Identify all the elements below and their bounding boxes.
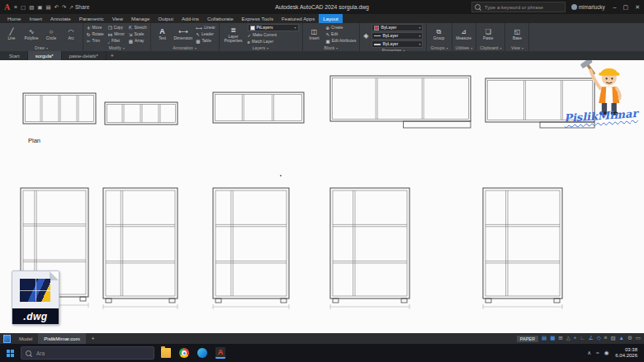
- ortho-icon[interactable]: ∟: [580, 336, 585, 341]
- undo-icon[interactable]: ↶: [54, 4, 59, 11]
- panel-label-annotation[interactable]: Annotation▾: [154, 45, 215, 51]
- drawing-entities[interactable]: [0, 60, 644, 333]
- panel-label-layers[interactable]: Layers▾: [223, 45, 299, 51]
- ribbon-tab[interactable]: Output: [154, 14, 178, 23]
- panel-label-draw[interactable]: Draw▾: [3, 45, 79, 51]
- make-current-button[interactable]: ✓Make Current: [248, 32, 299, 38]
- account-button[interactable]: mimarlucky: [571, 4, 605, 10]
- ribbon-tab[interactable]: Layout: [319, 14, 343, 23]
- leader-button[interactable]: ↖Leader: [196, 31, 215, 37]
- new-drawing-tab-button[interactable]: +: [107, 51, 118, 60]
- menu-icon[interactable]: ≡: [14, 4, 17, 10]
- panel-label-groups[interactable]: Groups▾: [430, 45, 447, 51]
- edge-icon[interactable]: [197, 348, 207, 358]
- color-dropdown[interactable]: ByLayer▾: [372, 24, 423, 31]
- start-button[interactable]: [7, 350, 14, 357]
- base-button[interactable]: ◱Base: [509, 28, 525, 40]
- mirror-button[interactable]: ⋈Mirror: [108, 31, 125, 37]
- lineweight-dropdown[interactable]: ByLayer▾: [372, 40, 423, 48]
- close-button[interactable]: ✕: [635, 4, 640, 11]
- infocenter-search[interactable]: [471, 2, 566, 12]
- transparency-icon[interactable]: ▨: [610, 336, 615, 341]
- match-layer-button[interactable]: ≡Match Layer: [248, 39, 299, 45]
- add-layout-button[interactable]: +: [88, 336, 98, 341]
- autocad-logo[interactable]: A: [4, 2, 10, 12]
- lineweight-icon[interactable]: ≡: [604, 336, 608, 341]
- drawing-canvas[interactable]: Plan PislikMimar .dwg: [0, 60, 644, 333]
- dimension-button[interactable]: ⟷Dimension: [174, 28, 193, 40]
- ribbon-tab[interactable]: Collaborate: [203, 14, 238, 23]
- folder-icon[interactable]: [161, 348, 171, 358]
- circle-button[interactable]: ○Circle: [43, 28, 59, 40]
- infer-icon[interactable]: △: [566, 336, 571, 341]
- panel-label-block[interactable]: Block▾: [306, 45, 357, 51]
- chrome-icon[interactable]: [179, 348, 189, 358]
- ribbon-tab[interactable]: Parametric: [75, 14, 108, 23]
- snap-icon[interactable]: ⊞: [558, 336, 562, 341]
- linear-button[interactable]: ⟷Linear: [196, 25, 215, 31]
- new-icon[interactable]: ▢: [21, 4, 26, 11]
- tray-chevron-icon[interactable]: ∧: [587, 350, 591, 356]
- taskbar-clock[interactable]: 03:38 6.04.2026: [615, 347, 637, 359]
- text-button[interactable]: AText: [154, 28, 171, 40]
- layout-tab[interactable]: Model: [13, 333, 38, 344]
- ribbon-tab[interactable]: Add-ins: [178, 14, 203, 23]
- panel-label-view[interactable]: View▾: [509, 45, 525, 51]
- paste-button[interactable]: ❏Paste: [480, 28, 496, 40]
- print-icon[interactable]: ▤: [46, 4, 51, 11]
- stretch-button[interactable]: ⇱Stretch: [129, 25, 147, 31]
- redo-icon[interactable]: ↷: [62, 4, 66, 11]
- grid-icon[interactable]: ▦: [550, 336, 555, 341]
- layer-properties-button[interactable]: ≣Layer Properties: [223, 26, 244, 43]
- array-button[interactable]: ▦Array: [129, 38, 147, 44]
- layout-sheet-icon[interactable]: [3, 335, 11, 343]
- dynamic-input-icon[interactable]: ⌖: [574, 336, 577, 341]
- volume-icon[interactable]: ◉: [604, 350, 609, 356]
- fillet-button[interactable]: ◞Fillet: [108, 38, 125, 44]
- autocad-icon[interactable]: [215, 347, 225, 359]
- taskbar-search-input[interactable]: [35, 350, 149, 357]
- panel-label-modify[interactable]: Modify▾: [87, 45, 147, 51]
- create-block-button[interactable]: ⊕Create: [326, 25, 357, 31]
- polar-icon[interactable]: ∠: [589, 336, 594, 341]
- rotate-button[interactable]: ↻Rotate: [87, 31, 104, 37]
- ribbon-tab[interactable]: Annotate: [46, 14, 75, 23]
- measure-button[interactable]: ⊿Measure: [456, 28, 472, 40]
- ribbon-tab[interactable]: Express Tools: [238, 14, 277, 23]
- minimize-button[interactable]: –: [613, 4, 617, 10]
- edit-attributes-button[interactable]: ▣Edit Attributes: [326, 38, 357, 44]
- maximize-button[interactable]: ▢: [623, 4, 629, 11]
- paper-space-toggle[interactable]: PAPER: [517, 336, 538, 342]
- share-button[interactable]: ↗ Share: [69, 4, 90, 11]
- table-button[interactable]: ▦Table: [196, 38, 215, 44]
- file-tab[interactable]: paste-delabi*: [62, 51, 107, 60]
- network-icon[interactable]: ≈: [596, 350, 599, 356]
- arc-button[interactable]: ◠Arc: [63, 28, 79, 40]
- panel-label-clipboard[interactable]: Clipboard▾: [480, 45, 501, 51]
- workspace-gear-icon[interactable]: ⚙: [627, 336, 632, 341]
- polyline-button[interactable]: ∿Polyline: [23, 28, 40, 40]
- taskbar-search[interactable]: [21, 346, 154, 360]
- layer-dropdown[interactable]: PtLayers▾: [248, 24, 299, 31]
- layout-tab[interactable]: PislikMimar.com: [38, 333, 85, 344]
- match-properties-button[interactable]: ◈: [363, 32, 368, 40]
- move-button[interactable]: ✛Move: [87, 25, 104, 31]
- annotation-scale-icon[interactable]: ▲: [619, 336, 624, 341]
- ribbon-tab[interactable]: Manage: [127, 14, 154, 23]
- group-button[interactable]: ⧉Group: [430, 28, 447, 40]
- insert-button[interactable]: ◫Insert: [306, 28, 323, 40]
- model-toggle-icon[interactable]: ▤: [542, 336, 547, 341]
- copy-button[interactable]: ❐Copy: [108, 25, 125, 31]
- open-icon[interactable]: ▧: [29, 4, 34, 11]
- scale-button[interactable]: ⇲Scale: [129, 31, 147, 37]
- save-icon[interactable]: ▣: [37, 4, 42, 11]
- edit-block-button[interactable]: ✎Edit: [326, 31, 357, 37]
- ribbon-tab[interactable]: View: [108, 14, 127, 23]
- line-button[interactable]: ╱Line: [3, 28, 20, 40]
- ribbon-tab[interactable]: Insert: [26, 14, 46, 23]
- search-input[interactable]: [483, 3, 562, 11]
- file-tab[interactable]: Start: [2, 51, 28, 60]
- customize-icon[interactable]: ▭: [636, 336, 641, 341]
- ribbon-tab[interactable]: Home: [3, 14, 26, 23]
- linetype-dropdown[interactable]: ByLayer▾: [372, 32, 423, 40]
